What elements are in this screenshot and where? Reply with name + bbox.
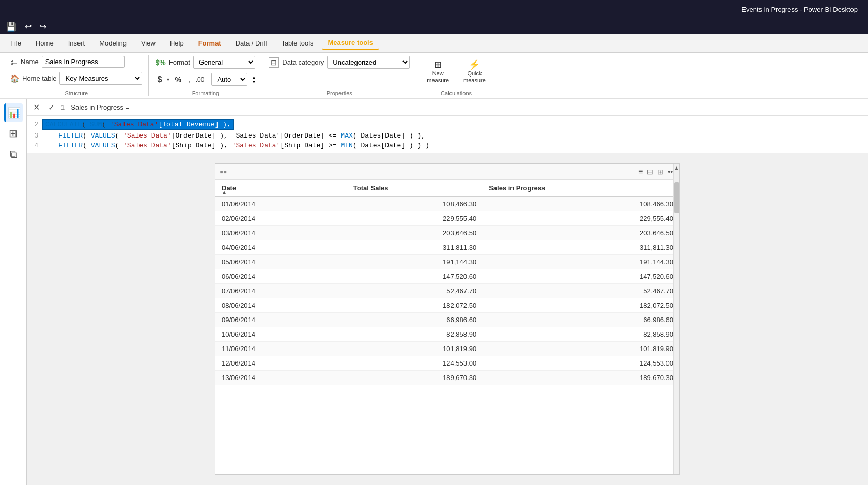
redo-button[interactable]: ↪: [38, 21, 49, 33]
table-row: 06/06/2014 147,520.60 147,520.60: [215, 269, 679, 284]
keyword-max: MAX: [340, 132, 352, 140]
string-salesdata-2: 'Sales Data': [123, 132, 172, 140]
title-bar: Events in Progress - Power BI Desktop: [0, 0, 868, 19]
ribbon-group-properties: ⊟ Data category Uncategorized Web URL Im…: [262, 55, 416, 96]
menu-help[interactable]: Help: [164, 37, 190, 49]
menu-modeling[interactable]: Modeling: [93, 37, 133, 49]
menu-insert[interactable]: Insert: [62, 37, 91, 49]
comma-button[interactable]: ,: [187, 74, 193, 85]
cell-date: 02/06/2014: [215, 211, 347, 226]
table-row: 12/06/2014 124,553.00 124,553.00: [215, 356, 679, 371]
quick-measure-button[interactable]: ⚡ Quickmeasure: [459, 57, 490, 86]
undo-button[interactable]: ↩: [23, 21, 34, 33]
properties-group-label: Properties: [269, 88, 410, 96]
data-category-select[interactable]: Uncategorized Web URL Image URL Barcode: [327, 56, 410, 69]
code-editor[interactable]: 2 CALCULATE( SUM( 'Sales Data'[Total Rev…: [27, 116, 868, 153]
table-row: 13/06/2014 189,670.30 189,670.30: [215, 371, 679, 385]
cell-total-sales: 66,986.60: [347, 313, 483, 327]
menu-measuretools[interactable]: Measure tools: [322, 37, 379, 50]
col-header-sales-in-progress[interactable]: Sales in Progress: [483, 180, 679, 196]
table-menu-icon[interactable]: ≡: [638, 167, 643, 176]
cell-date: 07/06/2014: [215, 284, 347, 298]
line-num-2: 2: [27, 121, 42, 128]
scroll-up-arrow[interactable]: ▲: [673, 164, 680, 172]
home-table-select[interactable]: Key Measures Sales Data Dates: [59, 72, 142, 85]
cell-total-sales: 182,072.50: [347, 298, 483, 313]
formula-check-button[interactable]: ✓: [46, 101, 57, 113]
line-number-indicator: 1: [61, 103, 65, 111]
menu-file[interactable]: File: [4, 37, 27, 49]
keyword-values-2: VALUES: [91, 142, 115, 149]
cell-date: 06/06/2014: [215, 269, 347, 284]
cell-sales-in-progress: 108,466.30: [483, 196, 679, 211]
keyword-values-1: VALUES: [91, 132, 115, 140]
table-expand-icon[interactable]: ⊞: [657, 168, 663, 176]
cell-sales-in-progress: 124,553.00: [483, 356, 679, 371]
table-row: 05/06/2014 191,144.30 191,144.30: [215, 255, 679, 269]
cell-sales-in-progress: 101,819.90: [483, 342, 679, 356]
table-grip-icon: ▪▪: [220, 168, 227, 175]
table-row: 10/06/2014 82,858.90 82,858.90: [215, 327, 679, 342]
cell-date: 01/06/2014: [215, 196, 347, 211]
auto-down[interactable]: ▼: [252, 80, 256, 84]
table-row: 09/06/2014 66,986.60 66,986.60: [215, 313, 679, 327]
auto-select[interactable]: Auto 0 1 2: [211, 73, 247, 86]
cell-sales-in-progress: 182,072.50: [483, 298, 679, 313]
table-body: 01/06/2014 108,466.30 108,466.30 02/06/2…: [215, 196, 679, 385]
table-row: 04/06/2014 311,811.30 311,811.30: [215, 240, 679, 255]
col-header-total-sales[interactable]: Total Sales: [347, 180, 483, 196]
percent-button[interactable]: %: [173, 74, 183, 85]
cell-date: 11/06/2014: [215, 342, 347, 356]
save-button[interactable]: 💾: [4, 21, 19, 33]
cell-total-sales: 52,467.70: [347, 284, 483, 298]
sidebar-item-model[interactable]: ⧉: [4, 145, 23, 163]
formatting-group-label: Formatting: [155, 88, 256, 96]
data-category-label: Data category: [282, 58, 324, 66]
dollar-dropdown[interactable]: ▾: [167, 77, 169, 82]
auto-up[interactable]: ▲: [252, 75, 256, 80]
cell-total-sales: 229,555.40: [347, 211, 483, 226]
scroll-thumb[interactable]: [674, 182, 679, 213]
vertical-scrollbar[interactable]: ▲: [673, 164, 679, 474]
menu-tabletools[interactable]: Table tools: [275, 37, 319, 49]
cell-total-sales: 147,520.60: [347, 269, 483, 284]
sidebar-item-data[interactable]: ⊞: [4, 124, 23, 143]
table-row: 02/06/2014 229,555.40 229,555.40: [215, 211, 679, 226]
cell-sales-in-progress: 82,858.90: [483, 327, 679, 342]
cell-date: 05/06/2014: [215, 255, 347, 269]
formula-measure-name: Sales in Progress =: [71, 103, 129, 111]
table-filter-icon[interactable]: ⊟: [647, 168, 653, 176]
ribbon-group-structure: 🏷 Name 🏠 Home table Key Measures Sales D…: [4, 55, 149, 96]
calculations-group-label: Calculations: [423, 88, 490, 96]
format-select[interactable]: General Currency Whole Number Decimal Nu…: [193, 56, 255, 69]
data-category-icon: ⊟: [269, 57, 279, 68]
string-salesdata-4: 'Sales Data': [232, 142, 281, 149]
structure-group-label: Structure: [10, 88, 142, 96]
cell-total-sales: 203,646.50: [347, 226, 483, 240]
new-measure-button[interactable]: ⊞ Newmeasure: [423, 57, 453, 86]
keyword-filter-1: FILTER: [58, 132, 83, 140]
name-input[interactable]: [42, 56, 125, 68]
cell-sales-in-progress: 311,811.30: [483, 240, 679, 255]
cell-date: 10/06/2014: [215, 327, 347, 342]
data-table: Date ▲ Total Sales Sales in Progress: [215, 180, 679, 385]
home-table-label: Home table: [22, 74, 56, 82]
menu-home[interactable]: Home: [29, 37, 60, 49]
format-label: Format: [169, 58, 190, 66]
data-table-container: ▪▪ ≡ ⊟ ⊞ ••• Date ▲: [215, 163, 680, 475]
sidebar-item-report[interactable]: 📊: [4, 103, 23, 122]
menu-format[interactable]: Format: [192, 37, 227, 49]
formula-top-bar: ✕ ✓ 1 Sales in Progress =: [27, 99, 868, 116]
decimal-label: .00: [196, 76, 205, 83]
keyword-filter-2: FILTER: [58, 142, 83, 149]
col-header-date[interactable]: Date ▲: [215, 180, 347, 196]
menu-datadrill[interactable]: Data / Drill: [229, 37, 273, 49]
formula-section: ✕ ✓ 1 Sales in Progress = 2 CALCULATE( S…: [27, 99, 868, 153]
cell-date: 12/06/2014: [215, 356, 347, 371]
formula-close-button[interactable]: ✕: [31, 101, 42, 113]
table-row: 01/06/2014 108,466.30 108,466.30: [215, 196, 679, 211]
code-selected-text: CALCULATE( SUM( 'Sales Data'[Total Reven…: [42, 119, 234, 130]
dollar-button[interactable]: $: [155, 74, 164, 85]
cell-date: 04/06/2014: [215, 240, 347, 255]
menu-view[interactable]: View: [135, 37, 162, 49]
